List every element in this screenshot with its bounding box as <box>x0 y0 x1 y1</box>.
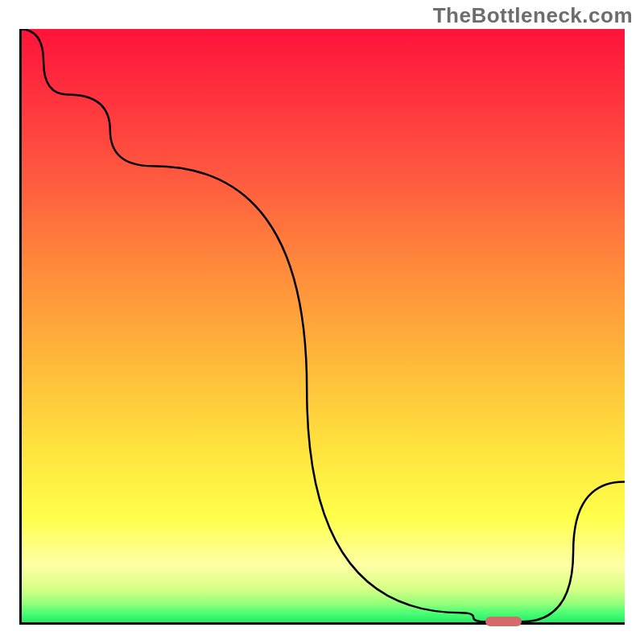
chart-canvas: TheBottleneck.com <box>0 0 644 644</box>
bottleneck-curve <box>19 29 625 621</box>
x-axis <box>19 622 625 625</box>
plot-area <box>19 29 625 625</box>
watermark-text: TheBottleneck.com <box>433 3 633 28</box>
optimal-marker <box>485 617 522 626</box>
curve-svg <box>19 29 625 625</box>
y-axis <box>19 29 22 625</box>
